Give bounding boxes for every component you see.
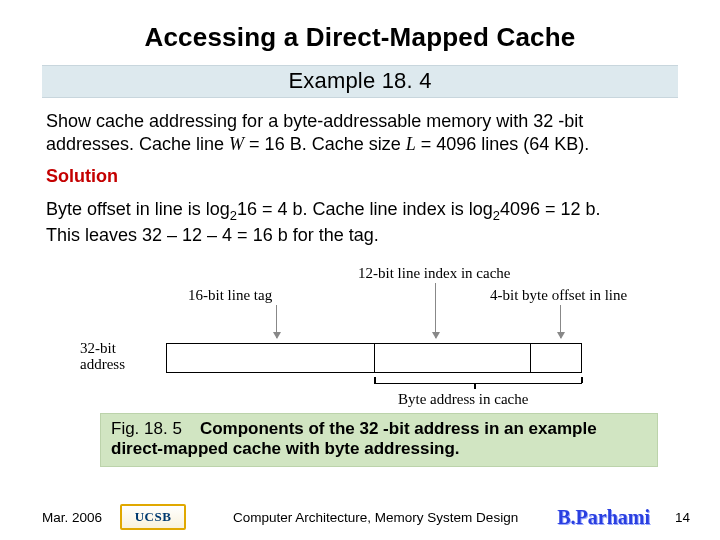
arrow-index (435, 283, 436, 338)
field-offset (530, 343, 582, 373)
solution-label: Solution (46, 165, 674, 188)
solution-text: Byte offset in line is log216 = 4 b. Cac… (46, 198, 674, 247)
var-w: W (229, 134, 244, 154)
tag-label: 16-bit line tag (188, 287, 272, 304)
footer: Mar. 2006 UCSB Computer Architecture, Me… (0, 502, 720, 532)
body-text: Show cache addressing for a byte-address… (42, 98, 678, 247)
problem-l2a: addresses. Cache line (46, 134, 229, 154)
address-fields (166, 343, 582, 373)
slide: Accessing a Direct-Mapped Cache Example … (0, 0, 720, 540)
footer-page: 14 (664, 510, 690, 525)
problem-l2c: = 4096 lines (64 KB). (416, 134, 590, 154)
problem-l2b: = 16 B. Cache size (244, 134, 406, 154)
sol-1a: Byte offset in line is log (46, 199, 230, 219)
sol-2: This leaves 32 – 12 – 4 = 16 b for the t… (46, 225, 379, 245)
footer-author: B.Parhami (557, 506, 650, 529)
brace-label: Byte address in cache (398, 391, 528, 408)
sol-sub1: 2 (230, 208, 237, 223)
sol-sub2: 2 (493, 208, 500, 223)
footer-center: Computer Architecture, Memory System Des… (214, 510, 557, 525)
addr-bits-2: address (80, 356, 125, 372)
offset-label: 4-bit byte offset in line (490, 287, 627, 304)
var-l: L (406, 134, 416, 154)
field-tag (166, 343, 374, 373)
arrow-tag (276, 305, 277, 338)
field-index (374, 343, 530, 373)
problem-statement: Show cache addressing for a byte-address… (46, 110, 674, 155)
addr-bits-label: 32-bit address (80, 340, 125, 373)
sol-1b: 16 = 4 b. Cache line index is log (237, 199, 493, 219)
figure-caption: Fig. 18. 5Components of the 32 -bit addr… (100, 413, 658, 467)
address-diagram: 16-bit line tag 12-bit line index in cac… (80, 257, 640, 412)
figure-number: Fig. 18. 5 (111, 419, 200, 438)
example-heading: Example 18. 4 (42, 65, 678, 98)
page-title: Accessing a Direct-Mapped Cache (42, 22, 678, 53)
ucsb-logo: UCSB (120, 504, 186, 530)
arrow-offset (560, 305, 561, 338)
footer-date: Mar. 2006 (42, 510, 120, 525)
sol-1c: 4096 = 12 b. (500, 199, 601, 219)
problem-l1: Show cache addressing for a byte-address… (46, 111, 583, 131)
addr-bits-1: 32-bit (80, 340, 116, 356)
index-label: 12-bit line index in cache (358, 265, 510, 282)
